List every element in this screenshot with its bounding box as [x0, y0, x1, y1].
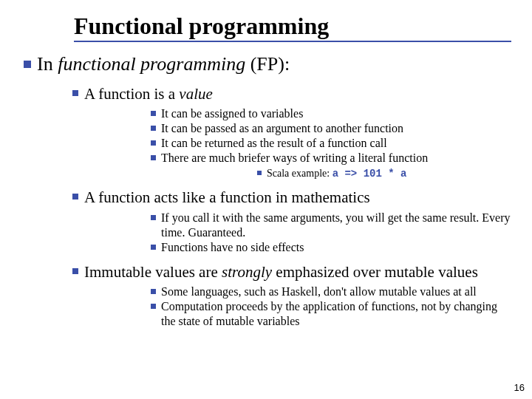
- text: There are much briefer ways of writing a…: [161, 151, 428, 164]
- list-item: Computation proceeds by the application …: [151, 299, 511, 329]
- point-immutable: Immutable values are strongly emphasized…: [72, 262, 511, 329]
- slide-title: Functional programming: [74, 13, 511, 39]
- list-item: It can be passed as an argument to anoth…: [151, 121, 511, 136]
- code-snippet: a => 101 * a: [332, 168, 407, 180]
- point-fp: In functional programming (FP): A functi…: [24, 52, 511, 329]
- text: A function is a: [84, 85, 179, 103]
- text-em: functional programming: [58, 53, 245, 75]
- text: (FP):: [245, 53, 290, 75]
- text: emphasized over mutable values: [272, 263, 478, 281]
- list-item: If you call it with the same arguments, …: [151, 211, 511, 240]
- text: Scala example:: [267, 168, 332, 179]
- title-underline: [74, 41, 511, 42]
- text-em: strongly: [222, 263, 272, 281]
- list-item: Functions have no side effects: [151, 240, 511, 255]
- text: Immutable values are: [84, 263, 222, 281]
- point-function-value: A function is a value It can be assigned…: [72, 84, 511, 181]
- title-block: Functional programming: [74, 13, 511, 42]
- list-item: Some languages, such as Haskell, don't a…: [151, 284, 511, 299]
- slide: Functional programming In functional pro…: [0, 0, 532, 399]
- text-em: value: [179, 85, 212, 103]
- list-item: It can be assigned to variables: [151, 106, 511, 121]
- list-item-scala: Scala example: a => 101 * a: [257, 167, 511, 181]
- text: In: [37, 53, 58, 75]
- page-number: 16: [514, 382, 525, 393]
- point-math-function: A function acts like a function in mathe…: [72, 188, 511, 254]
- body-list: In functional programming (FP): A functi…: [24, 52, 511, 329]
- text: A function acts like a function in mathe…: [84, 188, 370, 206]
- list-item: It can be returned as the result of a fu…: [151, 136, 511, 151]
- list-item: There are much briefer ways of writing a…: [151, 151, 511, 181]
